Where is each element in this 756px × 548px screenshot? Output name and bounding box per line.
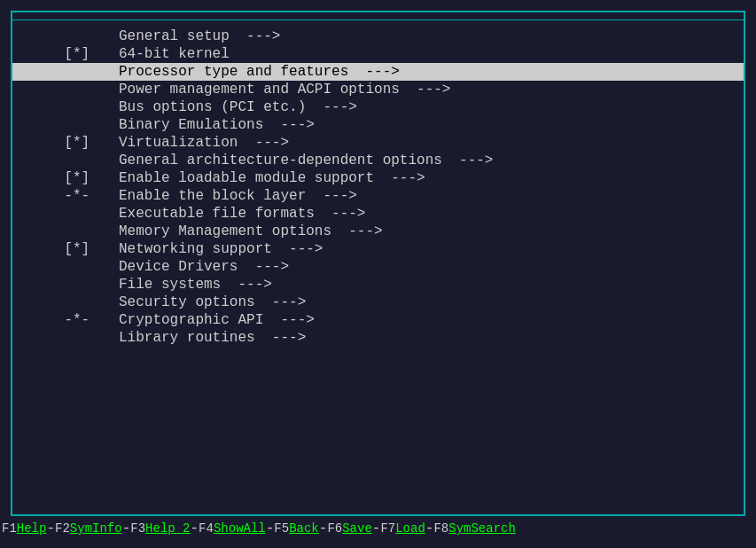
menu-item-prefix [12, 223, 119, 239]
title-bar [0, 0, 756, 11]
menu-item-prefix [12, 206, 119, 222]
fkey-number: F4 [199, 521, 214, 536]
bottom-key-f6[interactable]: F6Save [327, 521, 371, 536]
bottom-bar: F1Help-F2SymInfo-F3Help 2-F4ShowAll-F5Ba… [0, 516, 756, 541]
menu-list: General setup --->[*] 64-bit kernel Proc… [12, 20, 744, 514]
fkey-number: F3 [130, 521, 145, 536]
fkey-number: F1 [2, 521, 17, 536]
menu-item-label: Enable loadable module support ---> [119, 170, 425, 186]
menu-item-prefix [12, 153, 119, 168]
dash-separator: - [46, 521, 55, 536]
menu-item[interactable]: Memory Management options ---> [12, 223, 744, 240]
menu-item-prefix [12, 82, 119, 98]
menu-item[interactable]: Power management and ACPI options ---> [12, 81, 744, 98]
fkey-number: F2 [55, 521, 70, 536]
menu-item-label: Executable file formats ---> [119, 206, 365, 222]
window-header [12, 12, 744, 20]
fkey-label[interactable]: SymInfo [70, 521, 122, 536]
menu-item-prefix [12, 64, 119, 80]
menu-item[interactable]: -*- Cryptographic API ---> [12, 311, 744, 329]
menu-item-prefix: -*- [12, 188, 119, 204]
menu-item-prefix: [*] [12, 46, 119, 62]
menu-item[interactable]: Bus options (PCI etc.) ---> [12, 98, 744, 116]
fkey-number: F5 [274, 521, 289, 536]
menu-item-prefix: [*] [12, 135, 119, 151]
menu-item-label: Processor type and features ---> [119, 64, 400, 80]
menu-item[interactable]: [*] 64-bit kernel [12, 45, 744, 63]
menu-item-prefix [12, 99, 119, 115]
menu-item-prefix: [*] [12, 241, 119, 257]
fkey-label[interactable]: Back [289, 521, 319, 536]
menu-item-label: Device Drivers ---> [119, 259, 289, 275]
menu-item[interactable]: Executable file formats ---> [12, 205, 744, 223]
menu-item-label: Networking support ---> [119, 241, 323, 257]
fkey-label[interactable]: SymSearch [448, 521, 516, 536]
fkey-number: F7 [380, 521, 395, 536]
menu-item-prefix [12, 28, 119, 44]
menu-item-prefix [12, 277, 119, 293]
menu-item-label: 64-bit kernel [119, 46, 230, 62]
bottom-key-f1[interactable]: F1Help [2, 521, 46, 536]
menu-item[interactable]: Library routines ---> [12, 329, 744, 347]
menu-item-label: General setup ---> [119, 28, 280, 44]
menu-item-prefix [12, 117, 119, 133]
menu-item-prefix: -*- [12, 312, 119, 328]
fkey-number: F8 [433, 521, 448, 536]
fkey-label[interactable]: Save [342, 521, 372, 536]
fkey-label[interactable]: Help 2 [145, 521, 190, 536]
bottom-key-f2[interactable]: F2SymInfo [55, 521, 122, 536]
menu-item-label: Cryptographic API ---> [119, 312, 315, 328]
menu-item-label: Memory Management options ---> [119, 223, 383, 239]
menu-item[interactable]: -*- Enable the block layer ---> [12, 187, 744, 205]
dash-separator: - [425, 521, 434, 536]
menu-item-label: Library routines ---> [119, 330, 306, 346]
menu-item-label: Binary Emulations ---> [119, 117, 315, 133]
dash-separator: - [266, 521, 275, 536]
menu-item[interactable]: Security options ---> [12, 294, 744, 311]
bottom-key-f4[interactable]: F4ShowAll [199, 521, 266, 536]
menu-item[interactable]: Device Drivers ---> [12, 258, 744, 276]
menu-item-label: Power management and ACPI options ---> [119, 82, 450, 98]
main-window: General setup --->[*] 64-bit kernel Proc… [11, 11, 745, 516]
bottom-key-f5[interactable]: F5Back [274, 521, 318, 536]
dash-separator: - [122, 521, 131, 536]
fkey-label[interactable]: Help [17, 521, 47, 536]
dash-separator: - [191, 521, 199, 536]
menu-item-label: Enable the block layer ---> [119, 188, 357, 204]
dash-separator: - [372, 521, 381, 536]
menu-item[interactable]: [*] Virtualization ---> [12, 134, 744, 152]
menu-item[interactable]: [*] Networking support ---> [12, 240, 744, 258]
menu-item[interactable]: General architecture-dependent options -… [12, 152, 744, 169]
menu-item-prefix [12, 259, 119, 275]
bottom-key-f7[interactable]: F7Load [380, 521, 425, 536]
menu-item-label: Virtualization ---> [119, 135, 289, 151]
fkey-label[interactable]: Load [395, 521, 425, 536]
menu-item-label: File systems ---> [119, 277, 272, 293]
menu-item[interactable]: Processor type and features ---> [12, 63, 744, 81]
menu-item[interactable]: [*] Enable loadable module support ---> [12, 169, 744, 187]
menu-item[interactable]: Binary Emulations ---> [12, 116, 744, 134]
bottom-key-f3[interactable]: F3Help 2 [130, 521, 190, 536]
menu-item-prefix: [*] [12, 170, 119, 186]
menu-item-label: Security options ---> [119, 294, 306, 310]
fkey-label[interactable]: ShowAll [214, 521, 266, 536]
dash-separator: - [319, 521, 328, 536]
menu-item-label: General architecture-dependent options -… [119, 153, 493, 168]
menu-item-prefix [12, 330, 119, 346]
fkey-number: F6 [327, 521, 342, 536]
menu-item[interactable]: File systems ---> [12, 276, 744, 294]
menu-item-prefix [12, 294, 119, 310]
bottom-key-f8[interactable]: F8SymSearch [433, 521, 515, 536]
menu-item[interactable]: General setup ---> [12, 27, 744, 45]
menu-item-label: Bus options (PCI etc.) ---> [119, 99, 357, 115]
